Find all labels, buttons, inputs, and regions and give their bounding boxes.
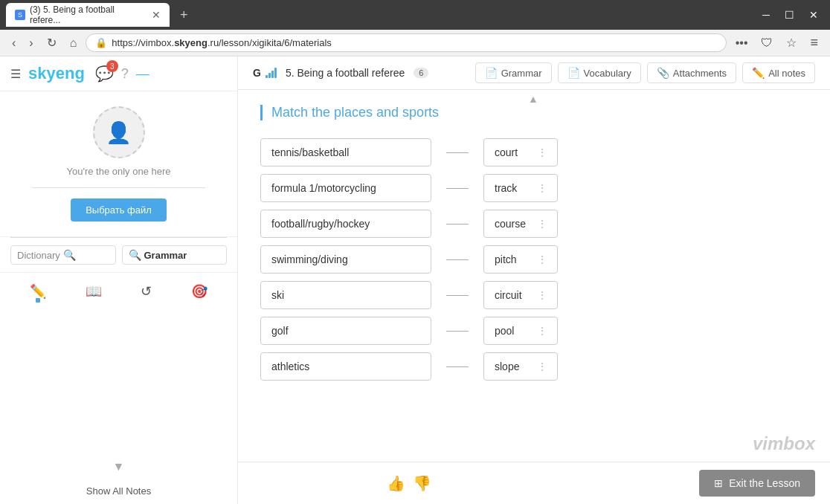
grammar-tab[interactable]: 📄 Grammar — [475, 62, 552, 83]
tools-row: ✏️ 📖 ↺ 🎯 — [0, 272, 237, 310]
match-left-item[interactable]: athletics — [260, 352, 431, 381]
url-text: https://vimbox.skyeng.ru/lesson/xigikita… — [112, 37, 716, 48]
match-connector — [446, 366, 469, 367]
match-right-item[interactable]: track⋮ — [483, 174, 558, 202]
sidebar-header: ☰ skyeng 💬 3 ? — — [0, 56, 237, 91]
tab-label: (3) 5. Being a football refere... — [30, 4, 147, 25]
grammar-search[interactable]: 🔍 Grammar — [122, 245, 228, 265]
match-right-item[interactable]: court⋮ — [483, 138, 558, 167]
match-left-item[interactable]: golf — [260, 317, 431, 345]
match-left-item[interactable]: football/rugby/hockey — [260, 210, 431, 238]
message-count-badge: 3 — [106, 60, 118, 72]
sidebar: ☰ skyeng 💬 3 ? — 👤 You're the only one h… — [0, 56, 238, 504]
lesson-number: 6 — [414, 68, 428, 78]
book-tool-btn[interactable]: 📖 — [81, 279, 106, 304]
attachments-tab-icon: 📎 — [657, 67, 669, 79]
forward-btn[interactable]: › — [25, 33, 37, 53]
match-row: tennis/basketballcourt⋮ — [260, 138, 808, 167]
browser-menu-btn[interactable]: ≡ — [805, 32, 823, 54]
search-row: Dictionary 🔍 🔍 Grammar — [0, 238, 237, 272]
match-right-item[interactable]: pitch⋮ — [483, 245, 558, 274]
match-row: golfpool⋮ — [260, 317, 808, 345]
star-btn[interactable]: ☆ — [782, 33, 801, 53]
exit-lesson-icon: ⊞ — [714, 477, 723, 489]
tab-close-btn[interactable]: ✕ — [152, 9, 161, 21]
show-all-notes-link[interactable]: Show All Notes — [0, 478, 237, 504]
minimize-window-btn[interactable]: ─ — [756, 6, 776, 24]
all-notes-tab[interactable]: ✏️ All notes — [742, 62, 815, 83]
match-right-item[interactable]: pool⋮ — [483, 317, 558, 345]
more-btn[interactable]: ••• — [731, 33, 753, 53]
match-row: athleticsslope⋮ — [260, 352, 808, 381]
vocabulary-tab-icon: 📄 — [567, 67, 580, 79]
grammar-search-icon: 🔍 — [129, 249, 141, 261]
app-body: ☰ skyeng 💬 3 ? — 👤 You're the only one h… — [0, 56, 830, 504]
shield-btn[interactable]: 🛡 — [756, 33, 777, 53]
match-connector — [446, 331, 469, 332]
user-status-text: You're the only one here — [66, 166, 170, 177]
skyeng-logo: skyeng — [28, 64, 85, 83]
upload-file-btn[interactable]: Выбрать файл — [71, 198, 167, 222]
match-row: skicircuit⋮ — [260, 281, 808, 309]
refresh-btn[interactable]: ↻ — [42, 33, 61, 53]
pen-tool-btn[interactable]: ✏️ — [25, 279, 51, 304]
collapse-up-arrow[interactable]: ▲ — [528, 93, 540, 105]
vimbox-logo: vimbox — [753, 433, 815, 454]
address-bar[interactable]: 🔒 https://vimbox.skyeng.ru/lesson/xigiki… — [86, 33, 726, 52]
match-left-item[interactable]: formula 1/motorcycling — [260, 174, 431, 202]
match-row: formula 1/motorcyclingtrack⋮ — [260, 174, 808, 202]
match-connector — [446, 224, 469, 224]
home-btn[interactable]: ⌂ — [65, 33, 82, 53]
target-tool-btn[interactable]: 🎯 — [187, 279, 212, 304]
attachments-tab-label: Attachments — [673, 68, 727, 79]
signal-bars — [266, 68, 277, 78]
new-tab-btn[interactable]: + — [176, 7, 193, 23]
browser-tab[interactable]: S (3) 5. Being a football refere... ✕ — [6, 3, 170, 27]
match-row: football/rugby/hockeycourse⋮ — [260, 210, 808, 238]
collapse-down-arrow[interactable]: ▼ — [0, 456, 237, 478]
browser-chrome: S (3) 5. Being a football refere... ✕ + … — [0, 0, 830, 30]
match-left-item[interactable]: swimming/diving — [260, 245, 431, 274]
avatar: 👤 — [93, 106, 145, 158]
thumbs-down-btn[interactable]: 👎 — [413, 474, 431, 492]
match-connector — [446, 188, 469, 189]
help-icon[interactable]: ? — [121, 66, 129, 82]
user-area: 👤 You're the only one here Выбрать файл — [0, 91, 237, 237]
match-connector — [446, 259, 469, 260]
all-notes-tab-label: All notes — [768, 68, 805, 79]
tab-favicon: S — [15, 10, 25, 20]
match-left-item[interactable]: tennis/basketball — [260, 138, 431, 167]
close-window-btn[interactable]: ✕ — [803, 6, 824, 24]
feedback-buttons: 👍 👎 — [387, 474, 431, 492]
minimize-panel-icon[interactable]: — — [136, 66, 149, 82]
attachments-tab[interactable]: 📎 Attachments — [647, 62, 736, 83]
match-right-item[interactable]: course⋮ — [483, 210, 558, 238]
message-badge-btn[interactable]: 💬 3 — [95, 65, 114, 83]
lesson-g-label: G — [253, 67, 261, 79]
signal-bar-1 — [266, 75, 268, 78]
browser-controls: ‹ › ↻ ⌂ 🔒 https://vimbox.skyeng.ru/lesso… — [0, 30, 830, 56]
secure-icon: 🔒 — [95, 37, 107, 48]
signal-bar-4 — [274, 68, 277, 78]
thumbs-up-btn[interactable]: 👍 — [387, 474, 405, 492]
grammar-tab-label: Grammar — [501, 68, 542, 79]
drag-handle-icon: ⋮ — [538, 219, 547, 229]
dictionary-search[interactable]: Dictionary 🔍 — [10, 245, 116, 265]
match-left-item[interactable]: ski — [260, 281, 431, 309]
all-notes-tab-icon: ✏️ — [752, 67, 765, 79]
drag-handle-icon: ⋮ — [538, 254, 547, 265]
dictionary-search-icon: 🔍 — [63, 249, 76, 261]
restore-window-btn[interactable]: ☐ — [779, 6, 800, 24]
drag-handle-icon: ⋮ — [538, 326, 547, 336]
drag-handle-icon: ⋮ — [538, 290, 547, 300]
hamburger-icon[interactable]: ☰ — [10, 67, 21, 81]
window-controls: ─ ☐ ✕ — [756, 6, 824, 24]
drag-handle-icon: ⋮ — [538, 147, 547, 158]
vocabulary-tab[interactable]: 📄 Vocabulary — [558, 62, 641, 83]
exit-lesson-btn[interactable]: ⊞ Exit the Lesson — [699, 470, 815, 497]
back-btn[interactable]: ‹ — [7, 33, 20, 53]
match-right-item[interactable]: circuit⋮ — [483, 281, 558, 309]
refresh-tool-btn[interactable]: ↺ — [136, 279, 156, 304]
match-right-item[interactable]: slope⋮ — [483, 352, 558, 381]
matching-container: tennis/basketballcourt⋮formula 1/motorcy… — [260, 138, 808, 388]
